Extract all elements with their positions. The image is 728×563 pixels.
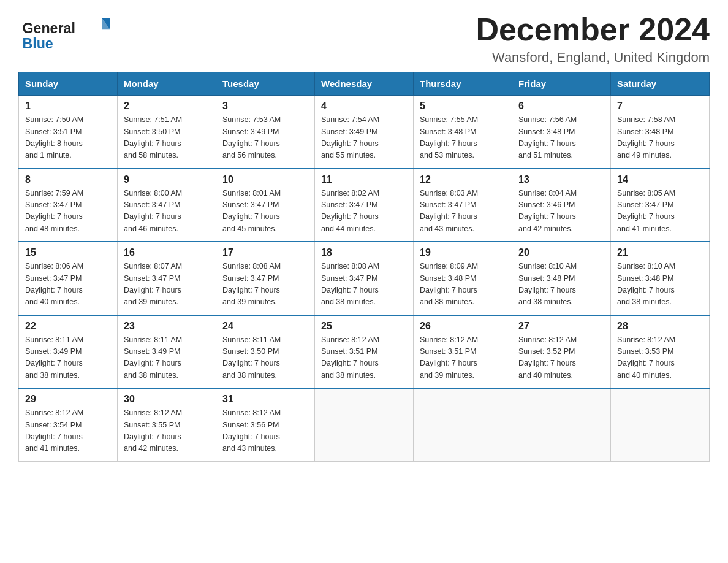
day-number: 23 — [124, 321, 210, 332]
day-info: Sunrise: 8:11 AMSunset: 3:50 PMDaylight:… — [222, 334, 308, 382]
calendar-cell: 21Sunrise: 8:10 AMSunset: 3:48 PMDayligh… — [611, 242, 710, 315]
calendar-cell: 27Sunrise: 8:12 AMSunset: 3:52 PMDayligh… — [512, 315, 611, 389]
day-info: Sunrise: 8:08 AMSunset: 3:47 PMDaylight:… — [321, 261, 407, 308]
calendar-cell: 25Sunrise: 8:12 AMSunset: 3:51 PMDayligh… — [315, 315, 414, 389]
day-info: Sunrise: 8:11 AMSunset: 3:49 PMDaylight:… — [25, 334, 111, 382]
day-info: Sunrise: 8:08 AMSunset: 3:47 PMDaylight:… — [222, 261, 308, 308]
week-row-1: 1Sunrise: 7:50 AMSunset: 3:51 PMDaylight… — [19, 96, 710, 169]
weekday-friday: Friday — [512, 72, 611, 96]
day-number: 29 — [25, 394, 111, 405]
day-number: 22 — [25, 321, 111, 332]
day-number: 18 — [321, 247, 407, 258]
day-info: Sunrise: 8:12 AMSunset: 3:51 PMDaylight:… — [420, 334, 506, 382]
weekday-thursday: Thursday — [414, 72, 512, 96]
title-block: December 2024 Wansford, England, United … — [476, 12, 710, 66]
logo: General Blue — [18, 12, 116, 52]
day-info: Sunrise: 8:11 AMSunset: 3:49 PMDaylight:… — [124, 334, 210, 382]
calendar-cell: 24Sunrise: 8:11 AMSunset: 3:50 PMDayligh… — [216, 315, 315, 389]
day-number: 31 — [222, 394, 308, 405]
day-number: 28 — [617, 321, 703, 332]
calendar-cell: 15Sunrise: 8:06 AMSunset: 3:47 PMDayligh… — [19, 242, 118, 315]
calendar-cell: 16Sunrise: 8:07 AMSunset: 3:47 PMDayligh… — [118, 242, 216, 315]
day-number: 26 — [420, 321, 506, 332]
calendar-cell: 10Sunrise: 8:01 AMSunset: 3:47 PMDayligh… — [216, 169, 315, 242]
calendar-cell: 18Sunrise: 8:08 AMSunset: 3:47 PMDayligh… — [315, 242, 414, 315]
calendar-cell: 1Sunrise: 7:50 AMSunset: 3:51 PMDaylight… — [19, 96, 118, 169]
day-info: Sunrise: 7:58 AMSunset: 3:48 PMDaylight:… — [617, 114, 703, 162]
day-number: 24 — [222, 321, 308, 332]
calendar-cell — [414, 388, 512, 461]
month-year-title: December 2024 — [476, 12, 710, 47]
day-number: 4 — [321, 101, 407, 112]
week-row-4: 22Sunrise: 8:11 AMSunset: 3:49 PMDayligh… — [19, 315, 710, 389]
weekday-row: SundayMondayTuesdayWednesdayThursdayFrid… — [19, 72, 710, 96]
day-number: 6 — [518, 101, 604, 112]
day-number: 12 — [420, 174, 506, 185]
day-number: 16 — [124, 247, 210, 258]
calendar-table: SundayMondayTuesdayWednesdayThursdayFrid… — [18, 72, 710, 462]
day-info: Sunrise: 8:07 AMSunset: 3:47 PMDaylight:… — [124, 261, 210, 308]
day-number: 2 — [124, 101, 210, 112]
day-info: Sunrise: 7:50 AMSunset: 3:51 PMDaylight:… — [25, 114, 111, 162]
week-row-2: 8Sunrise: 7:59 AMSunset: 3:47 PMDaylight… — [19, 169, 710, 242]
calendar-body: 1Sunrise: 7:50 AMSunset: 3:51 PMDaylight… — [19, 96, 710, 462]
day-info: Sunrise: 8:05 AMSunset: 3:47 PMDaylight:… — [617, 188, 703, 236]
calendar-cell: 6Sunrise: 7:56 AMSunset: 3:48 PMDaylight… — [512, 96, 611, 169]
day-number: 25 — [321, 321, 407, 332]
day-number: 11 — [321, 174, 407, 185]
day-number: 5 — [420, 101, 506, 112]
day-number: 10 — [222, 174, 308, 185]
day-number: 3 — [222, 101, 308, 112]
calendar-cell: 5Sunrise: 7:55 AMSunset: 3:48 PMDaylight… — [414, 96, 512, 169]
weekday-wednesday: Wednesday — [315, 72, 414, 96]
location-subtitle: Wansford, England, United Kingdom — [476, 50, 710, 66]
day-number: 19 — [420, 247, 506, 258]
day-info: Sunrise: 7:59 AMSunset: 3:47 PMDaylight:… — [25, 188, 111, 236]
day-info: Sunrise: 7:55 AMSunset: 3:48 PMDaylight:… — [420, 114, 506, 162]
calendar-cell: 3Sunrise: 7:53 AMSunset: 3:49 PMDaylight… — [216, 96, 315, 169]
day-info: Sunrise: 8:00 AMSunset: 3:47 PMDaylight:… — [124, 188, 210, 236]
calendar-cell: 30Sunrise: 8:12 AMSunset: 3:55 PMDayligh… — [118, 388, 216, 461]
day-number: 9 — [124, 174, 210, 185]
calendar-cell: 8Sunrise: 7:59 AMSunset: 3:47 PMDaylight… — [19, 169, 118, 242]
day-info: Sunrise: 7:53 AMSunset: 3:49 PMDaylight:… — [222, 114, 308, 162]
calendar-cell: 4Sunrise: 7:54 AMSunset: 3:49 PMDaylight… — [315, 96, 414, 169]
day-number: 20 — [518, 247, 604, 258]
day-info: Sunrise: 8:03 AMSunset: 3:47 PMDaylight:… — [420, 188, 506, 236]
calendar-cell: 17Sunrise: 8:08 AMSunset: 3:47 PMDayligh… — [216, 242, 315, 315]
day-number: 17 — [222, 247, 308, 258]
day-number: 15 — [25, 247, 111, 258]
day-info: Sunrise: 8:04 AMSunset: 3:46 PMDaylight:… — [518, 188, 604, 236]
weekday-tuesday: Tuesday — [216, 72, 315, 96]
day-info: Sunrise: 8:12 AMSunset: 3:51 PMDaylight:… — [321, 334, 407, 382]
day-info: Sunrise: 8:12 AMSunset: 3:53 PMDaylight:… — [617, 334, 703, 382]
weekday-sunday: Sunday — [19, 72, 118, 96]
calendar-header: SundayMondayTuesdayWednesdayThursdayFrid… — [19, 72, 710, 96]
week-row-5: 29Sunrise: 8:12 AMSunset: 3:54 PMDayligh… — [19, 388, 710, 461]
week-row-3: 15Sunrise: 8:06 AMSunset: 3:47 PMDayligh… — [19, 242, 710, 315]
page-header: General Blue December 2024 Wansford, Eng… — [18, 12, 710, 66]
calendar-cell — [315, 388, 414, 461]
calendar-cell: 9Sunrise: 8:00 AMSunset: 3:47 PMDaylight… — [118, 169, 216, 242]
svg-text:General: General — [22, 20, 75, 36]
day-number: 8 — [25, 174, 111, 185]
calendar-cell: 23Sunrise: 8:11 AMSunset: 3:49 PMDayligh… — [118, 315, 216, 389]
day-info: Sunrise: 8:12 AMSunset: 3:52 PMDaylight:… — [518, 334, 604, 382]
day-info: Sunrise: 8:10 AMSunset: 3:48 PMDaylight:… — [617, 261, 703, 308]
day-number: 13 — [518, 174, 604, 185]
day-info: Sunrise: 8:10 AMSunset: 3:48 PMDaylight:… — [518, 261, 604, 308]
day-info: Sunrise: 8:02 AMSunset: 3:47 PMDaylight:… — [321, 188, 407, 236]
calendar-cell: 19Sunrise: 8:09 AMSunset: 3:48 PMDayligh… — [414, 242, 512, 315]
day-info: Sunrise: 8:01 AMSunset: 3:47 PMDaylight:… — [222, 188, 308, 236]
day-number: 27 — [518, 321, 604, 332]
day-info: Sunrise: 8:12 AMSunset: 3:55 PMDaylight:… — [124, 407, 210, 455]
day-number: 1 — [25, 101, 111, 112]
svg-text:Blue: Blue — [22, 36, 53, 52]
calendar-cell: 7Sunrise: 7:58 AMSunset: 3:48 PMDaylight… — [611, 96, 710, 169]
day-info: Sunrise: 7:56 AMSunset: 3:48 PMDaylight:… — [518, 114, 604, 162]
calendar-cell: 20Sunrise: 8:10 AMSunset: 3:48 PMDayligh… — [512, 242, 611, 315]
calendar-cell — [611, 388, 710, 461]
calendar-cell: 29Sunrise: 8:12 AMSunset: 3:54 PMDayligh… — [19, 388, 118, 461]
day-info: Sunrise: 8:09 AMSunset: 3:48 PMDaylight:… — [420, 261, 506, 308]
day-info: Sunrise: 8:12 AMSunset: 3:56 PMDaylight:… — [222, 407, 308, 455]
